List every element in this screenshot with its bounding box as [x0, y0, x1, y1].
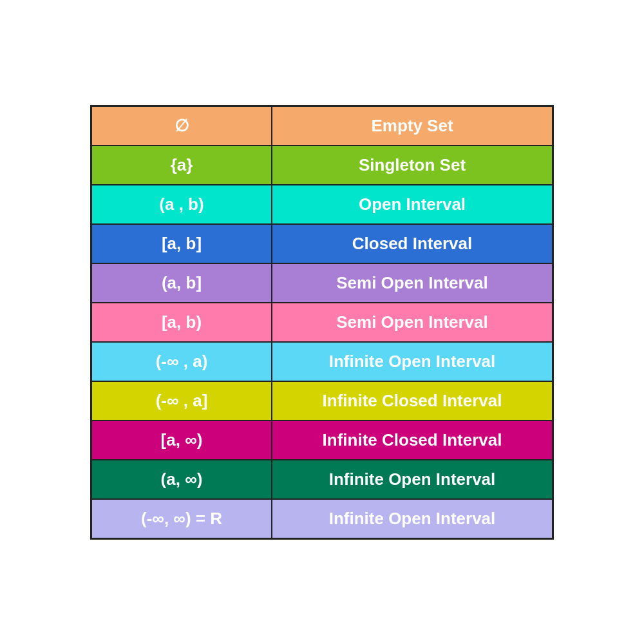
table-row: (a , b)Open Interval	[92, 185, 552, 225]
name-cell: Closed Interval	[272, 225, 552, 263]
table-row: [a, b)Semi Open Interval	[92, 303, 552, 343]
symbol-cell: [a, b]	[92, 225, 272, 263]
symbol-cell: ∅	[92, 107, 272, 145]
name-cell: Infinite Open Interval	[272, 500, 552, 538]
symbol-cell: (a, b]	[92, 264, 272, 302]
symbol-cell: {a}	[92, 146, 272, 184]
table-row: [a, b]Closed Interval	[92, 225, 552, 264]
name-cell: Semi Open Interval	[272, 264, 552, 302]
table-row: (-∞ , a]Infinite Closed Interval	[92, 382, 552, 421]
name-cell: Singleton Set	[272, 146, 552, 184]
table-row: [a, ∞)Infinite Closed Interval	[92, 421, 552, 460]
symbol-cell: (-∞ , a)	[92, 343, 272, 381]
name-cell: Semi Open Interval	[272, 303, 552, 341]
name-cell: Infinite Open Interval	[272, 460, 552, 498]
table-row: (a, ∞)Infinite Open Interval	[92, 460, 552, 500]
symbol-cell: (a , b)	[92, 185, 272, 223]
table-row: (-∞ , a)Infinite Open Interval	[92, 343, 552, 382]
name-cell: Open Interval	[272, 185, 552, 223]
table-row: (-∞, ∞) = RInfinite Open Interval	[92, 500, 552, 538]
symbol-cell: (-∞ , a]	[92, 382, 272, 420]
symbol-cell: (a, ∞)	[92, 460, 272, 498]
table-row: (a, b]Semi Open Interval	[92, 264, 552, 303]
intervals-table: ∅Empty Set{a}Singleton Set(a , b)Open In…	[90, 105, 554, 540]
name-cell: Infinite Closed Interval	[272, 421, 552, 459]
table-row: {a}Singleton Set	[92, 146, 552, 185]
name-cell: Infinite Closed Interval	[272, 382, 552, 420]
name-cell: Empty Set	[272, 107, 552, 145]
name-cell: Infinite Open Interval	[272, 343, 552, 381]
symbol-cell: [a, b)	[92, 303, 272, 341]
symbol-cell: [a, ∞)	[92, 421, 272, 459]
table-row: ∅Empty Set	[92, 107, 552, 146]
symbol-cell: (-∞, ∞) = R	[92, 500, 272, 538]
